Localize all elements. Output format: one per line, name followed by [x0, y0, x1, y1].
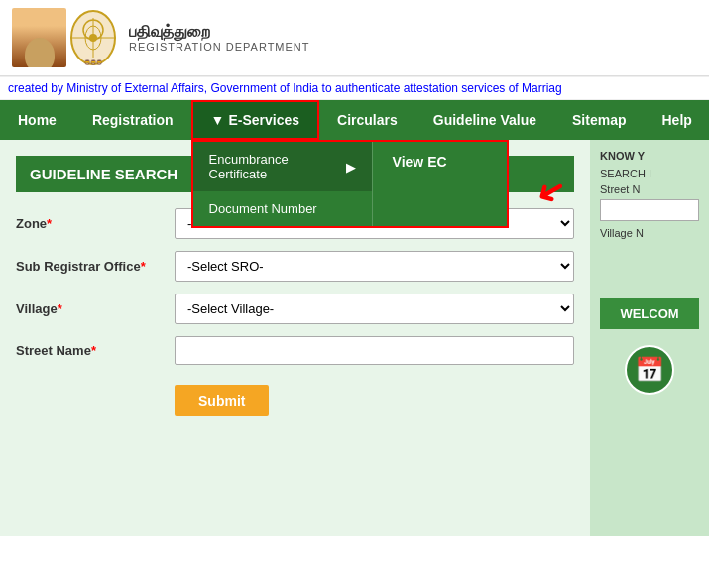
- dropdown-right-panel: View EC ➜: [372, 142, 507, 226]
- site-header: 🦁🦁🦁 பதிவுத்துறை REGISTRATION DEPARTMENT: [0, 0, 709, 76]
- street-right-label: Street N: [600, 183, 699, 195]
- right-panel: KNOW Y SEARCH I Street N Village N WELCO…: [590, 140, 709, 536]
- svg-text:🦁🦁🦁: 🦁🦁🦁: [84, 59, 103, 66]
- encumbrance-arrow: ▶: [346, 160, 356, 175]
- header-text: பதிவுத்துறை REGISTRATION DEPARTMENT: [129, 23, 310, 53]
- dept-name: REGISTRATION DEPARTMENT: [129, 41, 310, 53]
- doc-number-label: Document Number: [209, 201, 317, 216]
- sro-select[interactable]: -Select SRO-: [175, 251, 574, 282]
- zone-label: Zone*: [16, 216, 175, 231]
- eservices-dropdown-menu: EncumbranceCertificate ▶ Document Number…: [191, 140, 509, 228]
- know-your-heading: KNOW Y: [600, 150, 699, 162]
- street-row: Street Name*: [16, 336, 574, 365]
- welcome-box: WELCOM: [600, 298, 699, 329]
- marquee-bar: created by Ministry of External Affairs,…: [0, 76, 709, 100]
- nav-guideline[interactable]: Guideline Value: [415, 100, 554, 140]
- village-row: Village* -Select Village-: [16, 294, 574, 324]
- dropdown-doc-number[interactable]: Document Number: [193, 191, 372, 226]
- submit-row: Submit: [16, 377, 574, 416]
- marquee-text: created by Ministry of External Affairs,…: [8, 81, 562, 95]
- village-label: Village*: [16, 301, 175, 316]
- nav-help[interactable]: Help: [645, 100, 710, 140]
- nav-sitemap[interactable]: Sitemap: [554, 100, 644, 140]
- nav-circulars[interactable]: Circulars: [319, 100, 415, 140]
- svg-point-5: [89, 34, 97, 42]
- calendar-icon: 📅: [625, 345, 674, 395]
- main-navbar: Home Registration ▼ E-Services Encumbran…: [0, 100, 709, 140]
- village-select[interactable]: -Select Village-: [175, 294, 574, 324]
- street-input[interactable]: [175, 336, 574, 365]
- person-photo: [12, 8, 66, 67]
- sro-row: Sub Registrar Office* -Select SRO-: [16, 251, 574, 282]
- dropdown-encumbrance[interactable]: EncumbranceCertificate ▶: [193, 142, 372, 191]
- submenu-view-ec[interactable]: View EC: [373, 142, 507, 181]
- village-right-label: Village N: [600, 227, 699, 239]
- search-label: SEARCH I: [600, 168, 699, 179]
- nav-registration[interactable]: Registration: [74, 100, 191, 140]
- sro-label: Sub Registrar Office*: [16, 259, 175, 274]
- emblem-logo: 🦁🦁🦁: [66, 8, 121, 67]
- dropdown-left-panel: EncumbranceCertificate ▶ Document Number: [193, 142, 372, 226]
- nav-eservices[interactable]: ▼ E-Services: [191, 100, 319, 140]
- encumbrance-label: EncumbranceCertificate: [209, 152, 289, 181]
- eservices-dropdown-container: ▼ E-Services EncumbranceCertificate ▶ Do…: [191, 100, 319, 140]
- nav-eservices-arrow: ▼: [211, 112, 225, 128]
- nav-home[interactable]: Home: [0, 100, 74, 140]
- street-label: Street Name*: [16, 343, 175, 358]
- tamil-heading: பதிவுத்துறை: [129, 23, 310, 41]
- submit-button[interactable]: Submit: [175, 385, 269, 416]
- street-right-input[interactable]: [600, 199, 699, 221]
